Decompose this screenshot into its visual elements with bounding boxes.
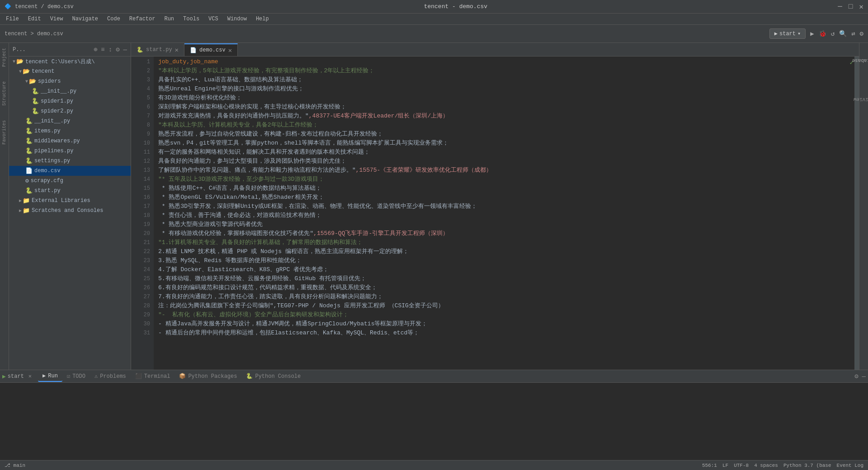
toolbar: tencent > demo.csv ▶ start ▾ ▶ 🐞 ↺ 🔍 ⇄ ⚙ [0,25,868,43]
editor-content: 1234567891011121314151617181920212223242… [131,56,859,370]
menu-item-code[interactable]: Code [104,14,124,24]
tree-icon-3: 🐍 [32,88,39,95]
code-line-4: 熟悉Unreal Engine引擎的接口与游戏制作流程优先； [158,85,854,94]
tree-item-8[interactable]: 🐍middlewares.py [9,136,131,146]
code-line-19: * 熟悉大型商业游戏引擎源代码者优先 [158,220,854,229]
bottom-tab-todo[interactable]: ☑ TODO [62,371,90,382]
sidebar-sort-icon[interactable]: ↕ [108,46,112,53]
tree-item-4[interactable]: 🐍spider1.py [9,96,131,106]
line-num-8: 8 [131,121,150,130]
structure-panel-tab[interactable]: Structure [1,79,8,108]
git-branch[interactable]: ⎇ main [5,462,25,468]
tree-label-15: Scratches and Consoles [32,207,103,214]
line-num-23: 23 [131,256,150,265]
menu-item-help[interactable]: Help [252,14,273,24]
bottom-tab-problems[interactable]: ⚠ Problems [90,371,131,382]
tree-label-3: __init__.py [41,88,76,94]
menu-item-vcs[interactable]: VCS [205,14,222,24]
tree-item-3[interactable]: 🐍__init__.py [9,86,131,96]
tree-item-2[interactable]: ▼📂spiders [9,76,131,86]
close-button[interactable]: ✕ [859,2,863,11]
tree-item-14[interactable]: ▶📁External Libraries [9,196,131,206]
sidebar-menu-icon[interactable]: ≡ [101,46,104,53]
bottom-close-icon[interactable]: — [862,373,866,380]
tree-label-10: settings.py [34,158,70,164]
sidebar-header-left: P... [13,47,26,53]
run-icon: ▶ [42,372,46,379]
menu-item-tools[interactable]: Tools [179,14,203,24]
sidebar-settings-icon[interactable]: ⚙ [116,46,119,53]
menu-item-edit[interactable]: Edit [24,14,45,24]
debug-button[interactable]: 🐞 [819,30,826,38]
titlebar-left: 🔷 tencent / demo.csv [5,3,74,10]
tree-item-10[interactable]: 🐍settings.py [9,156,131,166]
python-version[interactable]: Python 3.7 (base [783,463,831,468]
code-editor[interactable]: job_duty,job_name"本科以上学历，5年以上游戏开发经验，有完整项… [154,56,854,370]
run-button[interactable]: ▶ [810,30,814,38]
project-panel-tab[interactable]: Project [1,45,8,70]
bottom-tab-python-console[interactable]: 🐍 Python Console [241,371,305,382]
bottom-tab-terminal[interactable]: ⬛ Terminal [131,371,175,382]
run-config-arrow: ▾ [797,30,801,37]
bottom-tab-python-packages[interactable]: 📦 Python Packages [175,371,241,382]
search-button[interactable]: 🔍 [839,30,847,38]
encoding[interactable]: UTF-8 [734,463,749,468]
file-tree: ▼📂tencent C:\Users\吕成\▼📂tencent▼📂spiders… [9,56,131,370]
favorites-panel-tab[interactable]: Favorites [1,118,8,147]
maximize-button[interactable]: □ [849,3,853,11]
bottom-content [0,383,868,460]
code-line-29: "- 私有化（私有云、虚拟化环境）安全产品后台架构研发和架构设计； [158,310,854,320]
tree-item-11[interactable]: 📄demo.csv [9,166,131,176]
code-line-16: * 熟悉OpenGL ES/Vulkan/Metal,熟悉Shader相关开发； [158,193,854,202]
minimize-button[interactable]: ─ [838,3,842,11]
database-panel-tab[interactable]: Database [848,57,868,64]
bottom-tab-run[interactable]: ▶ Run [38,371,62,382]
tree-item-6[interactable]: 🐍__init__.py [9,116,131,126]
cursor-position[interactable]: 556:1 [702,463,717,468]
tree-item-0[interactable]: ▼📂tencent C:\Users\吕成\ [9,56,131,66]
run-tab-close[interactable]: ✕ [28,373,32,380]
menu-item-refactor[interactable]: Refactor [126,14,159,24]
code-line-6: 深刻理解客户端框架和核心模块的实现，有主导过核心模块的开发经验； [158,103,854,112]
tree-item-13[interactable]: 🐍start.py [9,186,131,196]
editor-scrollbar[interactable]: ✓ [854,56,859,370]
tree-item-12[interactable]: ⚙scrapy.cfg [9,176,131,186]
tree-icon-8: 🐍 [25,137,33,145]
tree-item-15[interactable]: ▶📁Scratches and Consoles [9,206,131,216]
refresh-button[interactable]: ↺ [831,30,835,38]
tab-demo-csv-close[interactable]: ✕ [228,47,232,54]
sciview-panel-tab[interactable]: SciView [849,96,868,103]
sidebar-collapse-icon[interactable]: — [123,46,127,53]
event-log[interactable]: Event Log [837,463,863,468]
tree-label-5: spider2.py [41,108,73,114]
line-num-26: 26 [131,283,150,292]
tree-item-9[interactable]: 🐍pipelines.py [9,146,131,156]
titlebar-controls: ─ □ ✕ [838,2,863,11]
run-tab-icon: ▶ [2,373,6,380]
tree-item-5[interactable]: 🐍spider2.py [9,106,131,116]
line-ending[interactable]: LF [722,463,728,468]
tab-demo-csv[interactable]: 📄 demo.csv ✕ [184,43,238,56]
tree-icon-2: 📂 [29,78,36,85]
sidebar-header: P... ⊕ ≡ ↕ ⚙ — [9,43,131,56]
editor-tabs: 🐍 start.py ✕ 📄 demo.csv ✕ [131,43,859,56]
tree-label-4: spider1.py [41,98,73,104]
menu-item-file[interactable]: File [2,14,23,24]
tree-icon-15: 📁 [23,207,30,214]
bottom-settings-icon[interactable]: ⚙ [854,372,858,380]
tab-start-py[interactable]: 🐍 start.py ✕ [131,43,184,56]
indent-info[interactable]: 4 spaces [754,463,778,468]
titlebar: 🔷 tencent / demo.csv tencent - demo.csv … [0,0,868,14]
tree-item-7[interactable]: 🐍items.py [9,126,131,136]
tree-item-1[interactable]: ▼📂tencent [9,66,131,76]
tree-label-7: items.py [34,128,61,134]
menu-item-run[interactable]: Run [160,14,178,24]
menu-item-window[interactable]: Window [224,14,250,24]
run-config-button[interactable]: ▶ start ▾ [769,28,806,39]
sidebar-add-icon[interactable]: ⊕ [94,46,97,53]
translate-icon[interactable]: ⇄ [851,30,855,38]
settings-icon[interactable]: ⚙ [860,30,863,38]
tab-start-py-close[interactable]: ✕ [175,46,179,54]
menu-item-view[interactable]: View [47,14,67,24]
menu-item-navigate[interactable]: Navigate [68,14,102,24]
